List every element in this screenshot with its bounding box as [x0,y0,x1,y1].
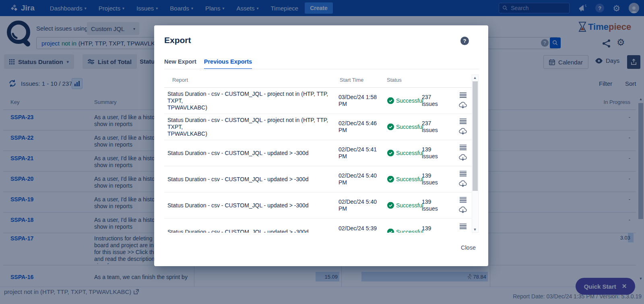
export-row-actions [458,197,467,214]
tab-new-export[interactable]: New Export [164,58,196,69]
export-start-time: 02/Dec/24 5:39 PM [339,225,383,233]
scroll-down-icon[interactable]: ▼ [472,227,478,232]
details-menu-icon[interactable] [460,145,466,151]
export-issue-count: 139 issues [422,172,443,186]
cloud-download-icon[interactable] [458,180,467,188]
details-menu-icon[interactable] [460,93,466,98]
modal-title: Export [164,35,191,45]
export-row: Status Duration - csv - CUSTOM_JQL - upd… [164,219,473,233]
export-start-time: 02/Dec/24 5:40 PM [339,199,383,212]
export-status: Successful [396,176,423,183]
export-status: Successful [396,228,423,233]
export-start-time: 03/Dec/24 1:58 PM [339,94,383,108]
close-button[interactable]: Close [461,244,476,251]
export-row-actions [458,223,467,233]
cloud-download-icon[interactable] [458,206,467,214]
success-check-icon [387,228,394,233]
export-report-name: Status Duration - csv - CUSTOM_JQL - upd… [167,176,328,183]
exports-scroll-area: Report Start Time Status Status Duration… [164,74,473,233]
export-start-time: 02/Dec/24 5:40 PM [339,172,383,186]
cloud-download-icon[interactable] [458,128,467,135]
details-menu-icon[interactable] [460,197,466,203]
export-row-actions [458,145,467,161]
jira-timepiece-page: Jira Dashboards▾ Projects▾ Issues▾ Board… [0,0,644,304]
exports-scrollbar[interactable]: ▲ ▼ [472,74,479,233]
export-report-name: Status Duration - csv - CUSTOM_JQL - upd… [167,150,328,157]
cloud-download-icon[interactable] [458,232,467,233]
export-row: Status Duration - csv - CUSTOM_JQL - pro… [164,114,473,140]
success-check-icon [387,97,394,104]
export-issue-count: 237 issues [422,94,443,108]
export-row-actions [458,171,467,188]
cloud-download-icon[interactable] [458,101,467,109]
success-check-icon [387,124,394,130]
column-header-status: Status [387,77,402,83]
export-report-name: Status Duration - csv - CUSTOM_JQL - upd… [167,202,328,209]
export-row: Status Duration - csv - CUSTOM_JQL - upd… [164,140,473,166]
modal-help-icon[interactable]: ? [460,37,469,45]
export-report-name: Status Duration - csv - CUSTOM_JQL - pro… [167,117,328,137]
success-check-icon [387,176,394,183]
exports-scrollbar-thumb[interactable] [473,81,478,191]
export-status: Successful [396,97,423,104]
export-status: Successful [396,202,423,209]
export-row-actions [458,93,467,109]
export-issue-count: 139 issues [422,146,443,160]
export-row: Status Duration - csv - CUSTOM_JQL - pro… [164,88,473,114]
column-header-report: Report [172,77,188,83]
tab-previous-exports[interactable]: Previous Exports [204,58,252,69]
export-modal: Export ? New Export Previous Exports Rep… [154,25,488,266]
exports-table-header: Report Start Time Status [164,74,473,88]
scroll-up-icon[interactable]: ▲ [472,76,478,80]
export-issue-count: 139 issues [422,225,443,233]
export-report-name: Status Duration - csv - CUSTOM_JQL - pro… [167,91,328,111]
details-menu-icon[interactable] [460,119,466,124]
export-start-time: 02/Dec/24 5:46 PM [339,120,383,134]
success-check-icon [387,202,394,209]
details-menu-icon[interactable] [460,223,466,229]
details-menu-icon[interactable] [460,171,466,177]
tabs-divider [164,69,479,69]
modal-tabs: New Export Previous Exports [164,58,252,69]
export-row: Status Duration - csv - CUSTOM_JQL - upd… [164,192,473,219]
success-check-icon [387,150,394,157]
export-status: Successful [396,124,423,130]
export-report-name: Status Duration - csv - CUSTOM_JQL - upd… [167,228,328,233]
export-status: Successful [396,150,423,157]
export-issue-count: 237 issues [422,120,443,134]
export-start-time: 02/Dec/24 5:41 PM [339,146,383,160]
export-row: Status Duration - csv - CUSTOM_JQL - upd… [164,166,473,192]
export-issue-count: 139 issues [422,199,443,212]
column-header-start-time: Start Time [340,77,363,83]
export-row-actions [458,119,467,135]
cloud-download-icon[interactable] [458,154,467,161]
